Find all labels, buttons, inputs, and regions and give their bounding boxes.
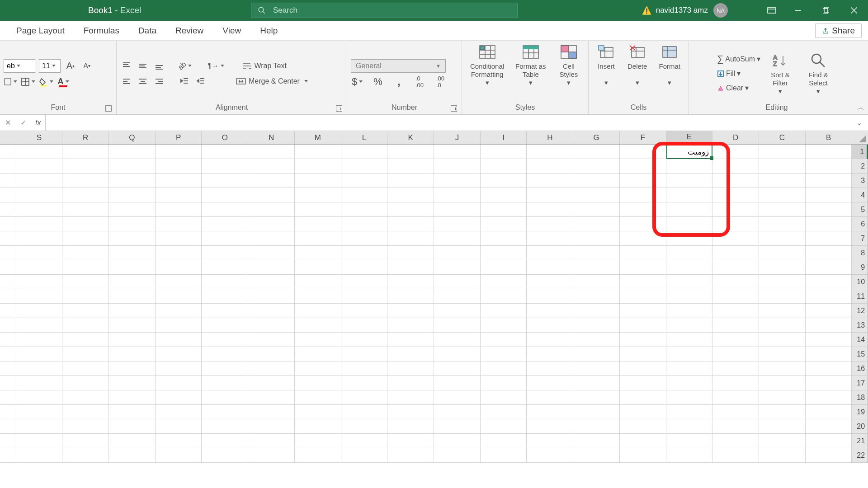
cell-C13[interactable] bbox=[759, 318, 806, 333]
share-button[interactable]: Share bbox=[815, 23, 862, 38]
fill-button[interactable]: Fill ▾ bbox=[717, 68, 760, 80]
cell-N4[interactable] bbox=[248, 188, 295, 202]
cell-H10[interactable] bbox=[527, 275, 573, 289]
cell-C22[interactable] bbox=[759, 448, 806, 463]
cell-I1[interactable] bbox=[481, 145, 527, 159]
row-header-10[interactable]: 10 bbox=[852, 275, 868, 289]
cell-M16[interactable] bbox=[295, 361, 341, 376]
cell-F19[interactable] bbox=[620, 405, 666, 419]
collapse-ribbon-icon[interactable]: ︿ bbox=[857, 103, 864, 113]
cell-J11[interactable] bbox=[434, 289, 481, 304]
row-header-8[interactable]: 8 bbox=[852, 246, 868, 260]
column-header-J[interactable]: J bbox=[434, 131, 481, 144]
align-right-icon[interactable] bbox=[153, 75, 165, 88]
cell-R18[interactable] bbox=[62, 390, 109, 405]
cell-L4[interactable] bbox=[341, 188, 388, 202]
cell-O1[interactable] bbox=[202, 145, 248, 159]
column-header-G[interactable]: G bbox=[573, 131, 620, 144]
cell-S7[interactable] bbox=[16, 231, 63, 246]
increase-decimal-icon[interactable]: .0.00 bbox=[413, 75, 426, 88]
cell-L5[interactable] bbox=[341, 202, 388, 217]
column-header-O[interactable]: O bbox=[202, 131, 248, 144]
cell-R21[interactable] bbox=[62, 434, 109, 448]
cell-B10[interactable] bbox=[806, 275, 852, 289]
cell-I16[interactable] bbox=[481, 361, 527, 376]
cell-B12[interactable] bbox=[806, 304, 852, 318]
cell-L22[interactable] bbox=[341, 448, 388, 463]
cell-L21[interactable] bbox=[341, 434, 388, 448]
cell-P11[interactable] bbox=[156, 289, 202, 304]
cell-N11[interactable] bbox=[248, 289, 295, 304]
cell-R14[interactable] bbox=[62, 333, 109, 347]
cell-G13[interactable] bbox=[573, 318, 620, 333]
tab-help[interactable]: Help bbox=[260, 26, 278, 36]
cell-N12[interactable] bbox=[248, 304, 295, 318]
cell-E9[interactable] bbox=[666, 260, 713, 275]
tab-view[interactable]: View bbox=[222, 26, 241, 36]
cell-M18[interactable] bbox=[295, 390, 341, 405]
column-header-D[interactable]: D bbox=[712, 131, 759, 144]
cell-O3[interactable] bbox=[202, 174, 248, 188]
cell-Q14[interactable] bbox=[109, 333, 156, 347]
cell-L18[interactable] bbox=[341, 390, 388, 405]
cell-G19[interactable] bbox=[573, 405, 620, 419]
row-header-5[interactable]: 5 bbox=[852, 202, 868, 217]
cell-G15[interactable] bbox=[573, 347, 620, 361]
cell-P7[interactable] bbox=[156, 231, 202, 246]
cell-F18[interactable] bbox=[620, 390, 666, 405]
cell-K8[interactable] bbox=[387, 246, 434, 260]
cell-M10[interactable] bbox=[295, 275, 341, 289]
cell-F2[interactable] bbox=[620, 159, 666, 174]
cell-P8[interactable] bbox=[156, 246, 202, 260]
cell-N21[interactable] bbox=[248, 434, 295, 448]
column-header-R[interactable]: R bbox=[62, 131, 109, 144]
cell-N1[interactable] bbox=[248, 145, 295, 159]
row-header-3[interactable]: 3 bbox=[852, 174, 868, 188]
cell-J5[interactable] bbox=[434, 202, 481, 217]
cell-H13[interactable] bbox=[527, 318, 573, 333]
avatar[interactable]: NA bbox=[713, 3, 728, 18]
row-header-18[interactable]: 18 bbox=[852, 390, 868, 405]
cell-P19[interactable] bbox=[156, 405, 202, 419]
cell-K15[interactable] bbox=[387, 347, 434, 361]
cell-I4[interactable] bbox=[481, 188, 527, 202]
row-header-21[interactable]: 21 bbox=[852, 434, 868, 448]
cell-B11[interactable] bbox=[806, 289, 852, 304]
select-all-corner[interactable] bbox=[0, 131, 16, 144]
cell-L16[interactable] bbox=[341, 361, 388, 376]
cell-Q13[interactable] bbox=[109, 318, 156, 333]
row-header-12[interactable]: 12 bbox=[852, 304, 868, 318]
cell-J8[interactable] bbox=[434, 246, 481, 260]
cell-K11[interactable] bbox=[387, 289, 434, 304]
percent-icon[interactable]: % bbox=[372, 75, 384, 88]
fill-color-icon[interactable] bbox=[39, 75, 53, 88]
cell-I7[interactable] bbox=[481, 231, 527, 246]
cell-G3[interactable] bbox=[573, 174, 620, 188]
format-button[interactable]: Format▾ bbox=[655, 43, 685, 87]
cell-C3[interactable] bbox=[759, 174, 806, 188]
cell-G22[interactable] bbox=[573, 448, 620, 463]
cell-O4[interactable] bbox=[202, 188, 248, 202]
cell-R1[interactable] bbox=[62, 145, 109, 159]
cell-K10[interactable] bbox=[387, 275, 434, 289]
cell-C7[interactable] bbox=[759, 231, 806, 246]
cell-P6[interactable] bbox=[156, 217, 202, 231]
conditional-formatting-button[interactable]: Conditional Formatting ▾ bbox=[466, 43, 509, 87]
cell-F15[interactable] bbox=[620, 347, 666, 361]
cell-B1[interactable] bbox=[806, 145, 852, 159]
cell-E17[interactable] bbox=[666, 376, 713, 390]
cell-E10[interactable] bbox=[666, 275, 713, 289]
row-header-19[interactable]: 19 bbox=[852, 405, 868, 419]
cell-G10[interactable] bbox=[573, 275, 620, 289]
cell-S6[interactable] bbox=[16, 217, 63, 231]
cell-N10[interactable] bbox=[248, 275, 295, 289]
cell-O15[interactable] bbox=[202, 347, 248, 361]
cell-H16[interactable] bbox=[527, 361, 573, 376]
cell-J14[interactable] bbox=[434, 333, 481, 347]
cell-R12[interactable] bbox=[62, 304, 109, 318]
cell-J16[interactable] bbox=[434, 361, 481, 376]
cell-H4[interactable] bbox=[527, 188, 573, 202]
cell-K12[interactable] bbox=[387, 304, 434, 318]
cell-J2[interactable] bbox=[434, 159, 481, 174]
cell-K21[interactable] bbox=[387, 434, 434, 448]
